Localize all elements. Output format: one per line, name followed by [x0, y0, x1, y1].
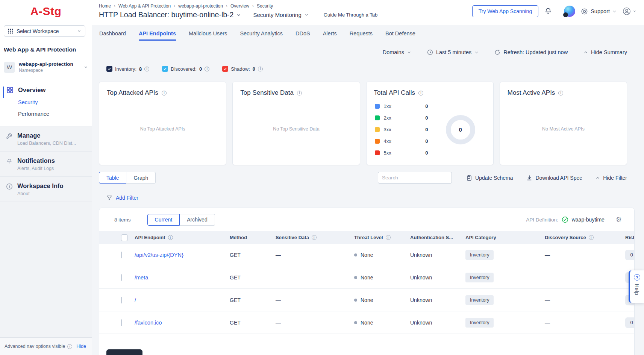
endpoint-link[interactable]: / — [135, 297, 136, 303]
column-threat-level[interactable]: Threat Level — [354, 235, 383, 240]
sensitive-data-cell: — — [276, 252, 354, 258]
breadcrumb-namespace[interactable]: webapp-api-protection — [178, 3, 223, 9]
info-icon: i — [67, 344, 72, 349]
column-api-endpoint[interactable]: API Endpoint — [135, 235, 165, 240]
tab-dashboard[interactable]: Dashboard — [99, 30, 126, 41]
download-api-spec-label: Download API Spec — [535, 175, 582, 181]
row-checkbox[interactable] — [121, 274, 122, 281]
row-checkbox[interactable] — [121, 319, 122, 326]
tab-malicious-users[interactable]: Malicious Users — [189, 30, 227, 41]
sidebar-item-security[interactable]: Security — [18, 99, 92, 105]
tab-bot-defense[interactable]: Bot Defense — [385, 30, 415, 41]
sidebar-item-overview[interactable]: Overview — [0, 86, 92, 94]
filter-inventory[interactable]: Inventory: 8 i — [106, 66, 149, 72]
column-risk-score[interactable]: Risk S — [625, 235, 635, 240]
workspace-selector[interactable]: Select Workspace — [4, 25, 85, 37]
domains-dropdown[interactable]: Domains — [383, 49, 411, 55]
view-selector[interactable]: Security Monitoring — [253, 12, 308, 18]
endpoint-link[interactable]: /favicon.ico — [135, 320, 162, 326]
column-discovery-source[interactable]: Discovery Source — [545, 235, 586, 240]
select-all-checkbox[interactable] — [121, 234, 128, 241]
guide-me-link[interactable]: Guide Me Through a Tab — [324, 12, 377, 18]
api-category-badge: Inventory — [465, 318, 494, 328]
notifications-bell-icon[interactable] — [544, 7, 552, 15]
update-schema-button[interactable]: Update Schema — [466, 175, 513, 181]
bell-icon — [6, 158, 13, 165]
empty-state-text: No Most Active APIs — [500, 93, 627, 165]
add-filter-button[interactable]: Add Filter — [106, 195, 644, 201]
breadcrumb-home[interactable]: Home — [99, 3, 111, 9]
hide-summary-label: Hide Summary — [591, 49, 627, 55]
sidebar-item-label: Manage — [17, 132, 76, 139]
column-method[interactable]: Method — [230, 235, 247, 240]
legend-swatch — [375, 150, 380, 155]
breadcrumb-overview[interactable]: Overview — [230, 3, 249, 9]
support-icon — [581, 8, 588, 15]
try-web-app-scanning-button[interactable]: Try Web App Scanning — [472, 5, 538, 17]
graph-view-button[interactable]: Graph — [126, 172, 156, 184]
refresh-control[interactable]: Refresh: Updated just now — [494, 49, 568, 55]
filter-label: Shadow: — [231, 66, 250, 72]
sidebar-item-label: Notifications — [17, 157, 55, 164]
tab-requests[interactable]: Requests — [350, 30, 373, 41]
api-type-filters: Inventory: 8 i Discovered: 0 i Shadow: 0… — [106, 66, 644, 72]
namespace-selector[interactable]: W webapp-api-protection Namespace — [4, 61, 88, 73]
table-row: /favicon.ico GET — None Unknown Inventor… — [99, 311, 635, 334]
filter-discovered[interactable]: Discovered: 0 i — [162, 66, 209, 72]
info-icon: i — [312, 235, 317, 240]
account-avatar[interactable] — [564, 6, 575, 17]
user-menu[interactable] — [622, 7, 636, 16]
sidebar-item-workspace-info[interactable]: Workspace Info About — [0, 177, 92, 202]
authentication-cell: Unknown — [410, 297, 465, 303]
funnel-icon — [106, 195, 112, 201]
hide-filter-label: Hide Filter — [603, 175, 627, 181]
tab-security-analytics[interactable]: Security Analytics — [240, 30, 283, 41]
refresh-status-label: Refresh: Updated just now — [503, 49, 568, 55]
api-definition-value[interactable]: waap-buytime — [572, 217, 605, 223]
wrench-icon — [6, 133, 13, 140]
tab-ddos[interactable]: DDoS — [295, 30, 310, 41]
legend-item-4xx: 4xx 0 — [375, 138, 428, 144]
hide-advanced-nav-link[interactable]: Hide — [76, 344, 86, 349]
download-api-spec-button[interactable]: Download API Spec — [526, 175, 582, 181]
column-sensitive-data[interactable]: Sensitive Data — [276, 235, 309, 240]
breadcrumb-waap[interactable]: Web App & API Protection — [118, 3, 171, 9]
gear-icon[interactable]: ⚙ — [616, 216, 622, 223]
help-widget[interactable]: ? Help — [629, 270, 644, 303]
sidebar-item-manage[interactable]: Manage Load Balancers, CDN Dist... — [0, 126, 92, 152]
info-icon: i — [418, 91, 423, 96]
tab-alerts[interactable]: Alerts — [323, 30, 337, 41]
time-range-dropdown[interactable]: Last 5 minutes — [427, 49, 479, 55]
current-tab-button[interactable]: Current — [147, 214, 180, 226]
search-input[interactable] — [378, 172, 452, 184]
row-checkbox[interactable] — [121, 252, 122, 258]
filter-shadow[interactable]: Shadow: 0 i — [222, 66, 263, 72]
tab-api-endpoints[interactable]: API Endpoints — [139, 30, 176, 41]
user-icon — [622, 7, 631, 16]
chevron-down-icon[interactable] — [236, 13, 241, 17]
table-row: /api/v2/us-zip/{DYN} GET — None Unknown … — [99, 244, 635, 266]
breadcrumb-security[interactable]: Security — [257, 3, 273, 9]
table-view-button[interactable]: Table — [99, 172, 126, 184]
header-actions: Try Web App Scanning Support — [472, 5, 636, 17]
endpoint-link[interactable]: /api/v2/us-zip/{DYN} — [135, 252, 183, 258]
hide-summary-toggle[interactable]: Hide Summary — [583, 49, 627, 55]
discovered-checkbox[interactable] — [162, 66, 168, 72]
column-authentication[interactable]: Authentication S... — [410, 235, 453, 240]
column-api-category[interactable]: API Category — [465, 235, 496, 240]
sidebar-nav-overview: Overview Security Performance — [0, 80, 92, 126]
support-menu[interactable]: Support — [581, 8, 617, 15]
api-definition-label: API Definition: — [526, 217, 558, 223]
add-filter-label: Add Filter — [116, 195, 138, 201]
row-checkbox[interactable] — [121, 297, 122, 303]
sidebar-item-notifications[interactable]: Notifications Alerts, Audit Logs — [0, 152, 92, 177]
threat-level-cell: None — [361, 275, 373, 281]
hide-filter-toggle[interactable]: Hide Filter — [596, 175, 627, 181]
endpoint-link[interactable]: /meta — [135, 275, 148, 281]
breadcrumb-separator: › — [114, 3, 115, 9]
shadow-checkbox[interactable] — [222, 66, 228, 72]
sidebar-item-performance[interactable]: Performance — [18, 111, 92, 117]
archived-tab-button[interactable]: Archived — [180, 214, 215, 226]
inventory-checkbox[interactable] — [106, 66, 112, 72]
status-code-legend: 1xx 0 2xx 0 3xx 0 4xx — [375, 103, 428, 156]
